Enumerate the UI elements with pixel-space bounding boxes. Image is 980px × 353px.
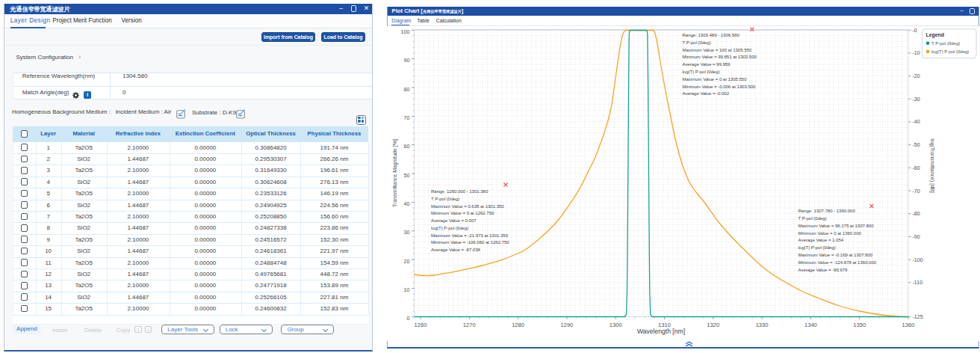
svg-text:-60: -60 <box>913 165 920 171</box>
svg-text:20: 20 <box>404 258 410 264</box>
svg-text:1260: 1260 <box>415 322 427 328</box>
svg-text:-40: -40 <box>913 119 920 125</box>
svg-text:Minimum Value = -0.006 at 1303: Minimum Value = -0.006 at 1303.500 <box>683 83 757 88</box>
svg-text:Maximum Value = 96.175 at 1307: Maximum Value = 96.175 at 1307.800 <box>798 222 875 227</box>
svg-text:Maximum Value = -0.169 at 1307: Maximum Value = -0.169 at 1307.800 <box>798 252 873 257</box>
svg-text:log(T) P-pol (0deg): log(T) P-pol (0deg) <box>931 49 969 54</box>
svg-text:90: 90 <box>404 58 410 64</box>
svg-text:log(T) P-pol (0deg): log(T) P-pol (0deg) <box>683 69 720 74</box>
svg-text:T P-pol (0deg): T P-pol (0deg) <box>931 41 960 46</box>
svg-text:Average Value = -87.038: Average Value = -87.038 <box>431 247 481 252</box>
svg-text:30: 30 <box>404 230 410 236</box>
svg-text:Average Value = -95.979: Average Value = -95.979 <box>798 266 849 271</box>
svg-text:100: 100 <box>401 28 410 34</box>
svg-text:Range: 1303.480 - 1306.580: Range: 1303.480 - 1306.580 <box>683 32 740 37</box>
svg-text:1340: 1340 <box>804 322 817 328</box>
svg-text:T P-pol (0deg): T P-pol (0deg) <box>431 195 459 200</box>
svg-text:Minimum Value = 99.851 at 1303: Minimum Value = 99.851 at 1303.500 <box>683 54 757 59</box>
svg-text:Average Value = -0.002: Average Value = -0.002 <box>683 90 730 96</box>
svg-text:Range: 1307.780 - 1360.000: Range: 1307.780 - 1360.000 <box>798 208 856 213</box>
svg-text:-70: -70 <box>913 188 920 194</box>
svg-text:Average Value = 0.007: Average Value = 0.007 <box>431 218 477 223</box>
svg-text:Range: 1260.000 - 1301.380: Range: 1260.000 - 1301.380 <box>431 188 489 193</box>
svg-text:1360: 1360 <box>902 322 915 328</box>
svg-text:Wavelength [nm]: Wavelength [nm] <box>637 328 685 335</box>
svg-text:log(T) P-pol (0deg): log(T) P-pol (0deg) <box>798 245 836 250</box>
svg-text:80: 80 <box>404 86 410 92</box>
svg-text:40: 40 <box>404 201 410 207</box>
svg-text:-20: -20 <box>913 73 920 79</box>
svg-text:-125: -125 <box>913 314 923 320</box>
svg-text:-30: -30 <box>913 96 920 102</box>
svg-text:1300: 1300 <box>610 322 622 328</box>
svg-text:1320: 1320 <box>707 322 719 328</box>
svg-text:-0: -0 <box>913 27 917 33</box>
svg-text:Minimum Value = 0 at 1262.750: Minimum Value = 0 at 1262.750 <box>431 210 494 215</box>
svg-text:1270: 1270 <box>463 322 476 328</box>
svg-text:1350: 1350 <box>853 322 866 328</box>
svg-text:1330: 1330 <box>756 322 769 328</box>
svg-text:Average Value = 1.054: Average Value = 1.054 <box>798 237 844 242</box>
svg-text:1280: 1280 <box>512 322 524 328</box>
svg-text:T P-pol (0deg): T P-pol (0deg) <box>798 215 827 221</box>
svg-text:-80: -80 <box>913 211 920 217</box>
svg-text:50: 50 <box>404 172 410 178</box>
svg-text:0: 0 <box>406 316 409 322</box>
svg-text:Maximum Value = -21.973 at 130: Maximum Value = -21.973 at 1301.350 <box>431 232 509 237</box>
svg-text:Legend: Legend <box>926 32 945 38</box>
svg-text:Maximum Value = 0.635 at 1301.: Maximum Value = 0.635 at 1301.350 <box>431 203 504 208</box>
svg-text:1290: 1290 <box>560 322 573 328</box>
svg-text:Maximum Value = 100 at 1305.55: Maximum Value = 100 at 1305.550 <box>683 46 752 52</box>
svg-text:10: 10 <box>404 287 410 293</box>
svg-text:Maximum Value = 0 at 1305.550: Maximum Value = 0 at 1305.550 <box>683 76 748 81</box>
svg-text:-90: -90 <box>913 233 920 239</box>
svg-text:log(T) P-pol (0deg): log(T) P-pol (0deg) <box>431 224 468 230</box>
svg-text:70: 70 <box>404 115 410 121</box>
svg-text:Transmittance Magnitude [%]: Transmittance Magnitude [%] <box>392 139 398 207</box>
svg-text:log(Transmittance) [dB]: log(Transmittance) [dB] <box>929 138 935 193</box>
svg-text:Minimum Value = -124.878 at 13: Minimum Value = -124.878 at 1360.000 <box>798 259 877 264</box>
svg-text:Average Value = 99.959: Average Value = 99.959 <box>683 61 731 67</box>
svg-text:Minimum Value = 0 at 1360.000: Minimum Value = 0 at 1360.000 <box>798 230 862 235</box>
svg-text:-110: -110 <box>913 280 923 286</box>
svg-text:Minimum Value = -106.082 at 12: Minimum Value = -106.082 at 1262.750 <box>431 239 509 245</box>
svg-text:-50: -50 <box>913 142 920 148</box>
svg-text:T P-pol (0deg): T P-pol (0deg) <box>683 39 711 44</box>
svg-text:-100: -100 <box>913 257 923 263</box>
svg-text:60: 60 <box>404 144 410 150</box>
svg-text:-10: -10 <box>913 50 920 56</box>
